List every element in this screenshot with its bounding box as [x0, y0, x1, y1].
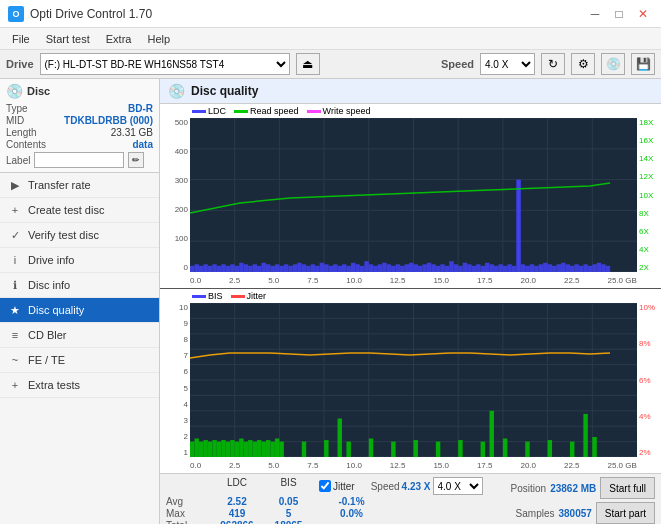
nav-label-fe-te: FE / TE — [28, 354, 65, 366]
legend-read-speed: Read speed — [234, 106, 299, 116]
svg-rect-74 — [454, 264, 458, 272]
max-label: Max — [166, 508, 208, 519]
drive-select[interactable]: (F:) HL-DT-ST BD-RE WH16NS58 TST4 — [40, 53, 290, 75]
svg-rect-98 — [561, 263, 565, 272]
eject-button[interactable]: ⏏ — [296, 53, 320, 75]
legend-ldc-label: LDC — [208, 106, 226, 116]
nav-item-disc-info[interactable]: ℹ Disc info — [0, 273, 159, 298]
close-button[interactable]: ✕ — [633, 6, 653, 22]
toolbar: Drive (F:) HL-DT-ST BD-RE WH16NS58 TST4 … — [0, 50, 661, 79]
minimize-button[interactable]: ─ — [585, 6, 605, 22]
stats-left-cols: LDC BIS Jitter Speed 4.23 X 4.0 X — [166, 477, 483, 524]
disc-contents-label: Contents — [6, 139, 46, 150]
legend-jitter-label: Jitter — [247, 291, 267, 301]
speed-header-select[interactable]: 4.0 X — [433, 477, 483, 495]
settings-button[interactable]: ⚙ — [571, 53, 595, 75]
nav-item-cd-bler[interactable]: ≡ CD Bler — [0, 323, 159, 348]
disc-icon: 💿 — [6, 83, 23, 99]
menu-start-test[interactable]: Start test — [38, 31, 98, 47]
svg-rect-141 — [239, 439, 243, 457]
chart1-y-axis-right: 18X 16X 14X 12X 10X 8X 6X 4X 2X — [637, 118, 661, 272]
stats-max-row: Max 419 5 0.0% — [166, 508, 483, 519]
save-button[interactable]: 💾 — [631, 53, 655, 75]
svg-rect-138 — [226, 442, 230, 457]
svg-rect-144 — [253, 442, 257, 457]
app-title: Opti Drive Control 1.70 — [30, 7, 152, 21]
svg-rect-63 — [405, 264, 409, 272]
menu-extra[interactable]: Extra — [98, 31, 140, 47]
legend-jitter: Jitter — [231, 291, 267, 301]
nav-item-drive-info[interactable]: i Drive info — [0, 248, 159, 273]
disc-label-input[interactable] — [34, 152, 124, 168]
disc-length-row: Length 23.31 GB — [6, 127, 153, 138]
svg-rect-103 — [583, 264, 587, 272]
svg-rect-140 — [235, 442, 239, 457]
jitter-checkbox[interactable] — [319, 480, 331, 492]
nav-item-disc-quality[interactable]: ★ Disc quality — [0, 298, 159, 323]
svg-rect-69 — [431, 264, 435, 272]
nav-item-verify-test-disc[interactable]: ✓ Verify test disc — [0, 223, 159, 248]
speed-toolbar: Speed 4.0 X ↻ ⚙ 💿 💾 — [435, 50, 661, 78]
menu-file[interactable]: File — [4, 31, 38, 47]
svg-rect-34 — [275, 264, 279, 272]
disc-button[interactable]: 💿 — [601, 53, 625, 75]
stats-area: LDC BIS Jitter Speed 4.23 X 4.0 X — [160, 474, 661, 524]
nav-label-transfer-rate: Transfer rate — [28, 179, 91, 191]
svg-rect-152 — [324, 440, 328, 457]
svg-rect-40 — [302, 264, 306, 272]
chart1: LDC Read speed Write speed 500 400 300 — [160, 104, 661, 289]
drive-info-icon: i — [8, 253, 22, 267]
position-row: Position 23862 MB Start full — [511, 477, 655, 499]
nav-label-disc-quality: Disc quality — [28, 304, 84, 316]
legend-read-speed-color — [234, 110, 248, 113]
sidebar: 💿 Disc Type BD-R MID TDKBLDRBB (000) Len… — [0, 79, 160, 524]
svg-rect-20 — [212, 264, 216, 272]
titlebar-controls: ─ □ ✕ — [585, 6, 653, 22]
svg-rect-165 — [338, 419, 342, 458]
total-ldc: 962866 — [208, 520, 266, 524]
svg-rect-153 — [346, 442, 350, 457]
nav-label-disc-info: Disc info — [28, 279, 70, 291]
maximize-button[interactable]: □ — [609, 6, 629, 22]
nav-item-fe-te[interactable]: ~ FE / TE — [0, 348, 159, 373]
svg-rect-161 — [525, 442, 529, 457]
svg-rect-131 — [194, 439, 198, 457]
start-part-button[interactable]: Start part — [596, 502, 655, 524]
svg-rect-147 — [266, 440, 270, 457]
disc-label-label: Label — [6, 155, 30, 166]
svg-rect-82 — [489, 264, 493, 272]
extra-tests-icon: + — [8, 378, 22, 392]
disc-type-label: Type — [6, 103, 28, 114]
total-bis: 18065 — [266, 520, 311, 524]
disc-contents-row: Contents data — [6, 139, 153, 150]
speed-select[interactable]: 4.0 X — [480, 53, 535, 75]
nav-items: ▶ Transfer rate + Create test disc ✓ Ver… — [0, 173, 159, 524]
header-ldc: LDC — [208, 477, 266, 495]
disc-label-button[interactable]: ✏ — [128, 152, 144, 168]
svg-rect-39 — [297, 263, 301, 272]
menu-help[interactable]: Help — [139, 31, 178, 47]
disc-quality-title: Disc quality — [191, 84, 258, 98]
svg-rect-97 — [557, 264, 561, 272]
svg-rect-44 — [320, 263, 324, 272]
legend-read-speed-label: Read speed — [250, 106, 299, 116]
titlebar: O Opti Drive Control 1.70 ─ □ ✕ — [0, 0, 661, 28]
start-full-button[interactable]: Start full — [600, 477, 655, 499]
svg-rect-29 — [253, 264, 257, 272]
svg-rect-57 — [378, 264, 382, 272]
svg-rect-42 — [311, 264, 315, 272]
samples-row: Samples 380057 Start part — [516, 502, 655, 524]
svg-rect-154 — [369, 439, 373, 457]
nav-item-transfer-rate[interactable]: ▶ Transfer rate — [0, 173, 159, 198]
svg-rect-32 — [266, 264, 270, 272]
svg-rect-36 — [284, 264, 288, 272]
disc-panel: 💿 Disc Type BD-R MID TDKBLDRBB (000) Len… — [0, 79, 159, 173]
disc-quality-header-icon: 💿 — [168, 83, 185, 99]
speed-refresh-button[interactable]: ↻ — [541, 53, 565, 75]
svg-rect-91 — [530, 264, 534, 272]
speed-header-label: Speed — [371, 481, 400, 492]
nav-item-extra-tests[interactable]: + Extra tests — [0, 373, 159, 398]
svg-rect-139 — [230, 440, 234, 457]
nav-item-create-test-disc[interactable]: + Create test disc — [0, 198, 159, 223]
svg-rect-150 — [279, 442, 283, 457]
